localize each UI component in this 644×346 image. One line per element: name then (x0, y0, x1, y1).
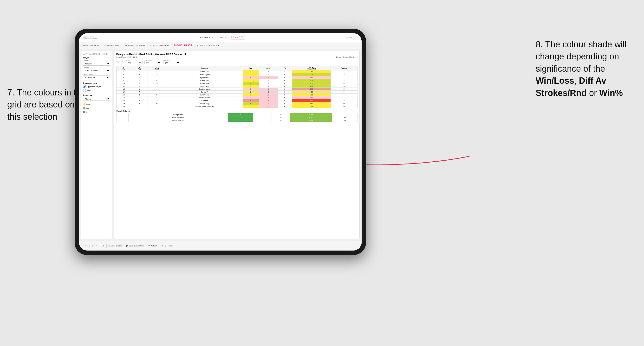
conference-select[interactable]: (All) (144, 61, 161, 64)
toolbar-view-original[interactable]: 🖼 View: Original (108, 245, 122, 247)
toolbar-cut[interactable]: ✂ (96, 245, 97, 247)
cell-div: 15 (116, 94, 131, 96)
cell-win: 0 (243, 76, 259, 79)
subnav-team-h2h-grid[interactable]: TEAM H2H GRID (104, 44, 120, 47)
ood-cell-tie: 0 (272, 113, 290, 116)
radio-top100[interactable]: Top 100 (83, 89, 110, 92)
toolbar-watch[interactable]: 👁 Watch ▾ (148, 245, 157, 247)
cell-opponent: Emily Chang (166, 102, 243, 105)
subnav-player-h2h-grid[interactable]: PLAYER H2H GRID (174, 44, 192, 47)
cell-loss: 0 (259, 79, 278, 82)
sidebar-gender-select[interactable]: Women's (83, 62, 110, 66)
toolbar-redo[interactable]: ↪ (86, 245, 87, 247)
cell-div: 13 (116, 88, 131, 91)
cell-reg: 1 (131, 85, 148, 88)
cell-conf: 4 (148, 79, 166, 82)
toolbar-divider-1 (106, 244, 107, 248)
colour-by-select[interactable]: Win/loss (83, 97, 110, 101)
col-conf: #Conf (148, 66, 166, 70)
cell-win: 2 (243, 105, 259, 108)
cell-tie: 0 (278, 82, 292, 85)
annotation-right: 8. The colour shade will change dependin… (536, 38, 637, 99)
toolbar-save-custom[interactable]: 💾 Save Custom View (126, 245, 144, 247)
toolbar-share[interactable]: Share (168, 245, 173, 247)
cell-diff: 0.38 (292, 91, 330, 94)
sidebar-timestamp: Last Updated: 27/03/2024 16:55:38 (83, 53, 110, 55)
ood-cell-empty (116, 113, 128, 116)
cell-diff: 1.25 (292, 94, 330, 96)
out-of-division-header: Out of division (116, 110, 358, 112)
subnav-team-summary[interactable]: TEAM SUMMARY (83, 44, 100, 47)
toolbar-grid[interactable]: ⊞ (92, 245, 94, 247)
toolbar-timer[interactable]: ⏱ (102, 245, 104, 247)
opponent-filter: Opponent (All) (163, 59, 180, 64)
nav-committee[interactable]: COMMITTEE (231, 36, 245, 39)
sign-out-link[interactable]: Sign out (346, 36, 358, 39)
nav-links: TOURNAMENTS TEAMS COMMITTEE (195, 36, 245, 39)
cell-rounds (330, 76, 357, 79)
cell-loss: 2 (259, 99, 278, 102)
cell-rounds (330, 96, 357, 99)
ood-cell-label: NCAA Division 2 (128, 119, 228, 122)
toolbar-undo[interactable]: ↩ (82, 245, 84, 247)
toolbar-plus[interactable]: ⊕ (161, 245, 163, 247)
region-select[interactable]: (All) (126, 61, 142, 64)
nav-tournaments[interactable]: TOURNAMENTS (195, 36, 213, 39)
cell-loss: 2 (259, 96, 278, 99)
cell-reg: 10 (131, 102, 148, 105)
opponent-select[interactable]: (All) (163, 61, 180, 64)
ood-cell-diff: 7.400 (290, 119, 332, 122)
radio-opponents-played-input[interactable] (83, 85, 86, 88)
cell-diff: 0.30 (292, 102, 330, 105)
cell-conf: 2 (148, 85, 166, 88)
sidebar-gender-label: Gender (83, 60, 110, 62)
sidebar-division-select[interactable]: NCAA Division III (83, 69, 110, 72)
cell-diff: 4.00 (292, 82, 330, 85)
nav-teams[interactable]: TEAMS (218, 36, 226, 39)
cell-opponent: Euna Lee (166, 99, 243, 102)
sidebar-player-rank-label: Player (Rank) (83, 73, 110, 75)
ood-table: Foreign Team 1 0 0 4.500 2 NAIA Division… (116, 113, 358, 122)
cell-reg: 1 (131, 76, 148, 79)
sidebar-player-rank-select[interactable]: 8. Katelyn Vo (83, 75, 110, 79)
radio-opponents-played[interactable]: Opponents Played (83, 85, 110, 88)
cell-div: 16 (116, 96, 131, 99)
cell-rounds: 2 (330, 99, 357, 102)
toolbar-dots[interactable]: ··· (99, 245, 101, 247)
legend-down-label: Down (86, 104, 90, 105)
bottom-toolbar: ↩ ↪ ⤴ ⊞ ✂ ··· ⏱ 🖼 View: Original 💾 Save … (79, 241, 362, 251)
ood-cell-loss: 0 (253, 113, 272, 116)
conference-filter: Conference (All) (144, 59, 161, 64)
toolbar-up[interactable]: ⤴ (89, 245, 90, 247)
cell-div: 11 (116, 85, 131, 88)
cell-diff: 4.00 (292, 73, 330, 76)
region-filter: Region (All) (126, 59, 142, 64)
annotation-left-number: 7. (7, 88, 14, 97)
region-label: Region (126, 59, 142, 61)
nav-pipe: | (344, 36, 344, 39)
cell-rounds: 3 (330, 85, 357, 88)
cell-div: 10 (116, 82, 131, 85)
subnav-player-h2h-heatmap[interactable]: PLAYER H2H HEATMAP (198, 44, 220, 47)
toolbar-share-grid[interactable]: ⊞ (165, 245, 166, 247)
cell-opponent: Federica Domecq Lacroze (166, 105, 243, 108)
table-row: 14 7 4 Eunice Yi 2 2 0 0.38 9 (116, 91, 358, 94)
cell-rounds: 4 (330, 94, 357, 96)
table-row: 13 1 1 Jessica Huang 0 1 0 -3.00 2 (116, 88, 358, 91)
content-area: Last Updated: 27/03/2024 16:55:38 Player… (79, 49, 362, 241)
radio-top100-input[interactable] (83, 89, 86, 92)
cell-rounds: 9 (330, 91, 357, 94)
cell-win: 0 (243, 88, 259, 91)
cell-loss: 1 (259, 102, 278, 105)
subnav-team-h2h-heatmap[interactable]: TEAM H2H HEATMAP (125, 44, 146, 47)
cell-diff: -3.00 (292, 88, 330, 91)
table-row: 3 1 1 Esther Lee 1 0 1 1.50 4 (116, 70, 358, 73)
data-table: #Div #Reg #Conf Opponent Win Loss Tie Di… (116, 66, 358, 108)
table-row: 10 6 3 Andrea York 2 0 0 4.00 4 (116, 82, 358, 85)
subnav-player-summary[interactable]: PLAYER SUMMARY (150, 44, 169, 47)
cell-opponent: Stella Cheng (166, 94, 243, 96)
ood-body: Foreign Team 1 0 0 4.500 2 NAIA Division… (116, 113, 358, 122)
legend-level-label: Level (86, 108, 90, 109)
cell-reg: 1 (131, 88, 148, 91)
table-row: 5 2 2 Alexis Sudjianto 1 0 0 4.00 3 (116, 73, 358, 76)
